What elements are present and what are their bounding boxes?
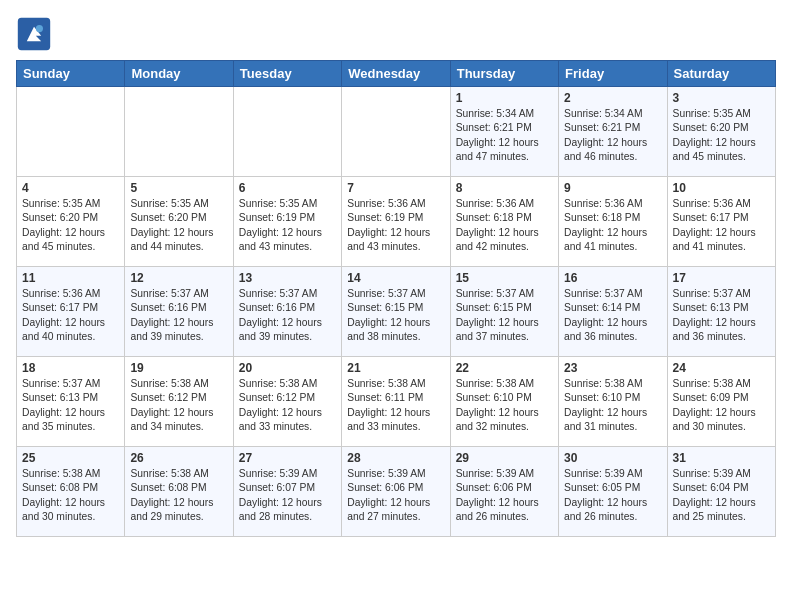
day-number: 22 — [456, 361, 553, 375]
logo-icon — [16, 16, 52, 52]
day-info: Sunrise: 5:37 AM Sunset: 6:13 PM Dayligh… — [673, 287, 770, 345]
day-cell: 21Sunrise: 5:38 AM Sunset: 6:11 PM Dayli… — [342, 357, 450, 447]
day-cell: 10Sunrise: 5:36 AM Sunset: 6:17 PM Dayli… — [667, 177, 775, 267]
day-info: Sunrise: 5:38 AM Sunset: 6:08 PM Dayligh… — [130, 467, 227, 525]
day-number: 13 — [239, 271, 336, 285]
day-cell: 12Sunrise: 5:37 AM Sunset: 6:16 PM Dayli… — [125, 267, 233, 357]
day-cell: 29Sunrise: 5:39 AM Sunset: 6:06 PM Dayli… — [450, 447, 558, 537]
day-number: 10 — [673, 181, 770, 195]
day-number: 15 — [456, 271, 553, 285]
week-row-2: 11Sunrise: 5:36 AM Sunset: 6:17 PM Dayli… — [17, 267, 776, 357]
day-number: 7 — [347, 181, 444, 195]
day-info: Sunrise: 5:35 AM Sunset: 6:20 PM Dayligh… — [22, 197, 119, 255]
day-number: 24 — [673, 361, 770, 375]
day-number: 16 — [564, 271, 661, 285]
day-info: Sunrise: 5:37 AM Sunset: 6:15 PM Dayligh… — [347, 287, 444, 345]
day-info: Sunrise: 5:34 AM Sunset: 6:21 PM Dayligh… — [456, 107, 553, 165]
day-number: 2 — [564, 91, 661, 105]
day-info: Sunrise: 5:38 AM Sunset: 6:08 PM Dayligh… — [22, 467, 119, 525]
day-number: 9 — [564, 181, 661, 195]
day-number: 5 — [130, 181, 227, 195]
day-cell: 19Sunrise: 5:38 AM Sunset: 6:12 PM Dayli… — [125, 357, 233, 447]
day-number: 14 — [347, 271, 444, 285]
day-info: Sunrise: 5:35 AM Sunset: 6:20 PM Dayligh… — [130, 197, 227, 255]
day-cell: 18Sunrise: 5:37 AM Sunset: 6:13 PM Dayli… — [17, 357, 125, 447]
day-cell: 25Sunrise: 5:38 AM Sunset: 6:08 PM Dayli… — [17, 447, 125, 537]
day-info: Sunrise: 5:37 AM Sunset: 6:14 PM Dayligh… — [564, 287, 661, 345]
day-info: Sunrise: 5:34 AM Sunset: 6:21 PM Dayligh… — [564, 107, 661, 165]
day-cell — [233, 87, 341, 177]
day-cell: 11Sunrise: 5:36 AM Sunset: 6:17 PM Dayli… — [17, 267, 125, 357]
day-number: 4 — [22, 181, 119, 195]
day-info: Sunrise: 5:36 AM Sunset: 6:17 PM Dayligh… — [22, 287, 119, 345]
day-info: Sunrise: 5:37 AM Sunset: 6:16 PM Dayligh… — [239, 287, 336, 345]
header-wednesday: Wednesday — [342, 61, 450, 87]
day-info: Sunrise: 5:35 AM Sunset: 6:19 PM Dayligh… — [239, 197, 336, 255]
day-cell: 15Sunrise: 5:37 AM Sunset: 6:15 PM Dayli… — [450, 267, 558, 357]
day-number: 25 — [22, 451, 119, 465]
day-number: 18 — [22, 361, 119, 375]
day-cell: 30Sunrise: 5:39 AM Sunset: 6:05 PM Dayli… — [559, 447, 667, 537]
day-number: 1 — [456, 91, 553, 105]
day-cell — [17, 87, 125, 177]
day-number: 19 — [130, 361, 227, 375]
calendar-header: SundayMondayTuesdayWednesdayThursdayFrid… — [17, 61, 776, 87]
day-number: 27 — [239, 451, 336, 465]
day-info: Sunrise: 5:39 AM Sunset: 6:07 PM Dayligh… — [239, 467, 336, 525]
day-cell: 5Sunrise: 5:35 AM Sunset: 6:20 PM Daylig… — [125, 177, 233, 267]
day-cell: 17Sunrise: 5:37 AM Sunset: 6:13 PM Dayli… — [667, 267, 775, 357]
day-number: 17 — [673, 271, 770, 285]
day-number: 28 — [347, 451, 444, 465]
day-number: 26 — [130, 451, 227, 465]
header-saturday: Saturday — [667, 61, 775, 87]
day-cell: 28Sunrise: 5:39 AM Sunset: 6:06 PM Dayli… — [342, 447, 450, 537]
day-cell: 4Sunrise: 5:35 AM Sunset: 6:20 PM Daylig… — [17, 177, 125, 267]
day-info: Sunrise: 5:36 AM Sunset: 6:19 PM Dayligh… — [347, 197, 444, 255]
day-cell: 3Sunrise: 5:35 AM Sunset: 6:20 PM Daylig… — [667, 87, 775, 177]
day-number: 23 — [564, 361, 661, 375]
day-cell — [342, 87, 450, 177]
logo — [16, 16, 58, 52]
week-row-3: 18Sunrise: 5:37 AM Sunset: 6:13 PM Dayli… — [17, 357, 776, 447]
day-info: Sunrise: 5:37 AM Sunset: 6:15 PM Dayligh… — [456, 287, 553, 345]
calendar-body: 1Sunrise: 5:34 AM Sunset: 6:21 PM Daylig… — [17, 87, 776, 537]
day-cell: 6Sunrise: 5:35 AM Sunset: 6:19 PM Daylig… — [233, 177, 341, 267]
week-row-0: 1Sunrise: 5:34 AM Sunset: 6:21 PM Daylig… — [17, 87, 776, 177]
day-cell: 2Sunrise: 5:34 AM Sunset: 6:21 PM Daylig… — [559, 87, 667, 177]
header-row: SundayMondayTuesdayWednesdayThursdayFrid… — [17, 61, 776, 87]
day-cell: 1Sunrise: 5:34 AM Sunset: 6:21 PM Daylig… — [450, 87, 558, 177]
day-number: 6 — [239, 181, 336, 195]
day-number: 29 — [456, 451, 553, 465]
day-info: Sunrise: 5:39 AM Sunset: 6:06 PM Dayligh… — [456, 467, 553, 525]
header-sunday: Sunday — [17, 61, 125, 87]
day-cell: 13Sunrise: 5:37 AM Sunset: 6:16 PM Dayli… — [233, 267, 341, 357]
day-cell: 14Sunrise: 5:37 AM Sunset: 6:15 PM Dayli… — [342, 267, 450, 357]
day-info: Sunrise: 5:38 AM Sunset: 6:11 PM Dayligh… — [347, 377, 444, 435]
header-thursday: Thursday — [450, 61, 558, 87]
day-cell: 7Sunrise: 5:36 AM Sunset: 6:19 PM Daylig… — [342, 177, 450, 267]
day-info: Sunrise: 5:38 AM Sunset: 6:09 PM Dayligh… — [673, 377, 770, 435]
day-info: Sunrise: 5:36 AM Sunset: 6:18 PM Dayligh… — [564, 197, 661, 255]
day-number: 8 — [456, 181, 553, 195]
day-number: 30 — [564, 451, 661, 465]
day-info: Sunrise: 5:39 AM Sunset: 6:04 PM Dayligh… — [673, 467, 770, 525]
day-info: Sunrise: 5:37 AM Sunset: 6:16 PM Dayligh… — [130, 287, 227, 345]
page-header — [16, 16, 776, 52]
day-info: Sunrise: 5:38 AM Sunset: 6:12 PM Dayligh… — [239, 377, 336, 435]
day-info: Sunrise: 5:38 AM Sunset: 6:12 PM Dayligh… — [130, 377, 227, 435]
day-number: 21 — [347, 361, 444, 375]
day-cell: 16Sunrise: 5:37 AM Sunset: 6:14 PM Dayli… — [559, 267, 667, 357]
day-cell: 20Sunrise: 5:38 AM Sunset: 6:12 PM Dayli… — [233, 357, 341, 447]
day-cell — [125, 87, 233, 177]
day-number: 20 — [239, 361, 336, 375]
header-tuesday: Tuesday — [233, 61, 341, 87]
day-info: Sunrise: 5:38 AM Sunset: 6:10 PM Dayligh… — [456, 377, 553, 435]
day-info: Sunrise: 5:36 AM Sunset: 6:18 PM Dayligh… — [456, 197, 553, 255]
day-cell: 27Sunrise: 5:39 AM Sunset: 6:07 PM Dayli… — [233, 447, 341, 537]
day-cell: 22Sunrise: 5:38 AM Sunset: 6:10 PM Dayli… — [450, 357, 558, 447]
week-row-4: 25Sunrise: 5:38 AM Sunset: 6:08 PM Dayli… — [17, 447, 776, 537]
day-cell: 26Sunrise: 5:38 AM Sunset: 6:08 PM Dayli… — [125, 447, 233, 537]
day-number: 31 — [673, 451, 770, 465]
svg-point-2 — [36, 25, 43, 32]
day-info: Sunrise: 5:37 AM Sunset: 6:13 PM Dayligh… — [22, 377, 119, 435]
